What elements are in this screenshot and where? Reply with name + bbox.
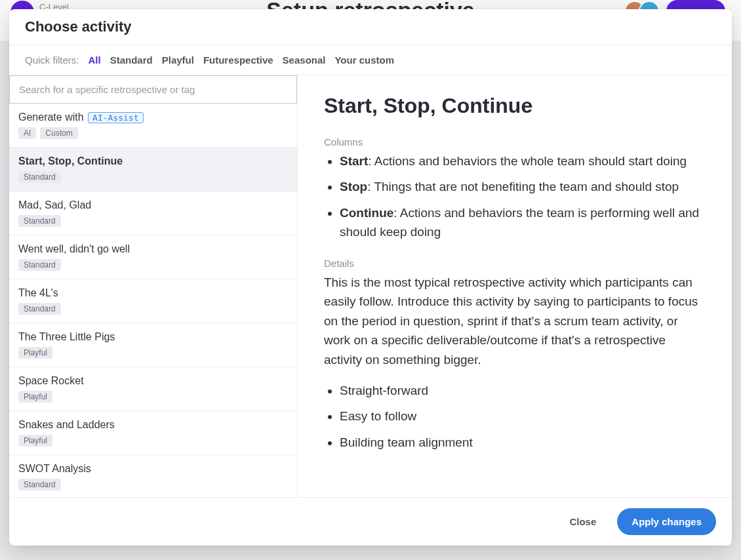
details-body: This is the most typical retrospective a… bbox=[324, 273, 700, 369]
activity-detail-panel[interactable]: Start, Stop, Continue Columns Start: Act… bbox=[298, 75, 732, 497]
modal-title: Choose activity bbox=[25, 18, 716, 35]
columns-list: Start: Actions and behaviors the whole t… bbox=[324, 151, 700, 242]
search-input[interactable] bbox=[9, 75, 297, 104]
activity-item[interactable]: The Three Little PigsPlayful bbox=[9, 323, 297, 367]
tag: Playful bbox=[18, 435, 52, 447]
column-item: Continue: Actions and behaviors the team… bbox=[340, 203, 700, 242]
details-section-label: Details bbox=[324, 258, 700, 269]
search-wrap bbox=[9, 75, 297, 104]
activity-item-tags: Playful bbox=[18, 435, 288, 447]
filter-standard[interactable]: Standard bbox=[110, 54, 153, 66]
activity-list[interactable]: Generate with AI-AssistAICustomStart, St… bbox=[9, 104, 297, 497]
detail-title: Start, Stop, Continue bbox=[324, 94, 700, 118]
activity-item-tags: Playful bbox=[18, 391, 288, 403]
activity-item[interactable]: Snakes and LaddersPlayful bbox=[9, 411, 297, 455]
activity-item[interactable]: Went well, didn't go wellStandard bbox=[9, 235, 297, 279]
tag: AI bbox=[18, 127, 36, 139]
close-button[interactable]: Close bbox=[560, 510, 605, 534]
apply-changes-button[interactable]: Apply changes bbox=[617, 508, 716, 535]
activity-item[interactable]: Space RocketPlayful bbox=[9, 367, 297, 411]
quick-filters-label: Quick filters: bbox=[25, 54, 79, 66]
activity-item-tags: Standard bbox=[18, 479, 288, 490]
activity-item[interactable]: Mad, Sad, GladStandard bbox=[9, 191, 297, 235]
activity-item-tags: Standard bbox=[18, 259, 288, 271]
filter-your-custom[interactable]: Your custom bbox=[334, 54, 394, 66]
activity-item-tags: Playful bbox=[18, 347, 288, 359]
tag: Custom bbox=[40, 127, 77, 139]
tag: Standard bbox=[18, 479, 61, 490]
modal-footer: Close Apply changes bbox=[9, 497, 732, 546]
tag: Playful bbox=[18, 347, 52, 359]
filter-futurespective[interactable]: Futurespective bbox=[203, 54, 273, 66]
activity-item-title: The 4L's bbox=[18, 287, 288, 299]
activity-item-title: Snakes and Ladders bbox=[18, 419, 288, 431]
column-name: Start bbox=[340, 154, 368, 168]
column-name: Stop bbox=[340, 180, 367, 193]
details-bullets: Straight-forwardEasy to followBuilding t… bbox=[324, 381, 700, 452]
column-desc: : Things that are not benefiting the tea… bbox=[367, 180, 679, 193]
activity-item-title: Went well, didn't go well bbox=[18, 243, 288, 255]
filter-playful[interactable]: Playful bbox=[162, 54, 194, 66]
column-desc: : Actions and behaviors the whole team s… bbox=[368, 154, 687, 168]
tag: Standard bbox=[18, 171, 61, 183]
detail-bullet: Building team alignment bbox=[340, 433, 700, 452]
column-desc: : Actions and behaviors the team is perf… bbox=[340, 206, 699, 239]
activity-item-tags: AICustom bbox=[18, 127, 288, 139]
choose-activity-modal: Choose activity Quick filters: All Stand… bbox=[9, 9, 732, 546]
activity-item[interactable]: Generate with AI-AssistAICustom bbox=[9, 104, 297, 148]
tag: Standard bbox=[18, 303, 61, 315]
column-item: Start: Actions and behaviors the whole t… bbox=[340, 151, 700, 170]
detail-bullet: Straight-forward bbox=[340, 381, 700, 400]
activity-item[interactable]: Start, Stop, ContinueStandard bbox=[9, 148, 297, 191]
quick-filters-bar: Quick filters: All Standard Playful Futu… bbox=[9, 45, 732, 75]
column-item: Stop: Things that are not benefiting the… bbox=[340, 177, 700, 196]
modal-header: Choose activity bbox=[9, 9, 732, 45]
activity-item-title: Mad, Sad, Glad bbox=[18, 199, 288, 211]
filter-all[interactable]: All bbox=[89, 54, 101, 66]
modal-body: Generate with AI-AssistAICustomStart, St… bbox=[9, 75, 732, 497]
activity-left-panel: Generate with AI-AssistAICustomStart, St… bbox=[9, 75, 298, 497]
activity-item-title: Start, Stop, Continue bbox=[18, 155, 288, 167]
activity-item-title-prefix: Generate with bbox=[18, 111, 87, 123]
activity-item[interactable]: SWOT AnalysisStandard bbox=[9, 455, 297, 497]
activity-item-tags: Standard bbox=[18, 303, 288, 315]
tag: Playful bbox=[18, 391, 52, 403]
tag: Standard bbox=[18, 215, 61, 227]
activity-item-title: SWOT Analysis bbox=[18, 463, 288, 475]
tag: Standard bbox=[18, 259, 61, 271]
activity-item-title: The Three Little Pigs bbox=[18, 331, 288, 343]
activity-item-tags: Standard bbox=[18, 215, 288, 227]
ai-assist-badge: AI-Assist bbox=[88, 112, 143, 123]
column-name: Continue bbox=[340, 206, 393, 220]
columns-section-label: Columns bbox=[324, 136, 700, 148]
activity-item-tags: Standard bbox=[18, 171, 288, 183]
activity-item-title: Generate with AI-Assist bbox=[18, 111, 288, 123]
filter-seasonal[interactable]: Seasonal bbox=[283, 54, 326, 66]
activity-item[interactable]: The 4L'sStandard bbox=[9, 279, 297, 323]
activity-item-title: Space Rocket bbox=[18, 375, 288, 387]
detail-bullet: Easy to follow bbox=[340, 407, 700, 426]
